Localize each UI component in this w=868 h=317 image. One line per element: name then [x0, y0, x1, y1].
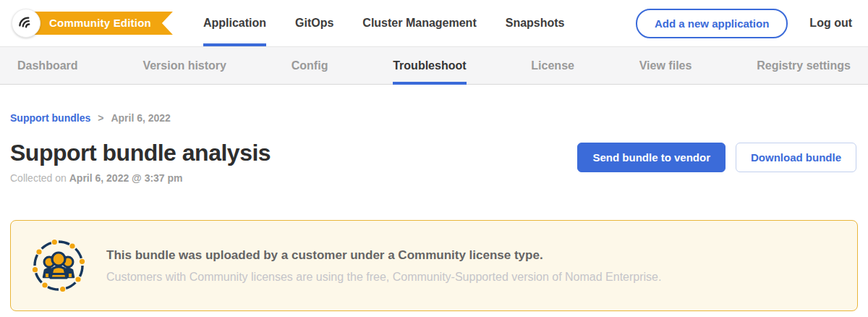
notice-body: Customers with Community licenses are us…	[106, 271, 661, 284]
collected-on-text: Collected on April 6, 2022 @ 3:37 pm	[10, 172, 271, 184]
brand: Community Edition	[12, 9, 173, 38]
collected-date: April 6, 2022 @ 3:37 pm	[69, 172, 183, 184]
subnav-item-version-history[interactable]: Version history	[142, 47, 226, 85]
page-title: Support bundle analysis	[10, 140, 271, 166]
replicated-logo-icon[interactable]	[12, 9, 41, 38]
logout-link[interactable]: Log out	[809, 17, 852, 30]
subnav-item-dashboard[interactable]: Dashboard	[17, 47, 78, 85]
subnav-item-registry-settings[interactable]: Registry settings	[757, 47, 851, 85]
notice-title: This bundle was uploaded by a customer u…	[106, 248, 661, 263]
page-header: Support bundle analysis Collected on Apr…	[10, 140, 858, 184]
subnav-item-view-files[interactable]: View files	[639, 47, 692, 85]
breadcrumb-separator: >	[98, 112, 103, 124]
top-navbar: Community Edition Application GitOps Clu…	[0, 0, 868, 46]
community-license-notice: This bundle was uploaded by a customer u…	[10, 220, 858, 311]
send-bundle-to-vendor-button[interactable]: Send bundle to vendor	[577, 143, 726, 172]
nav-item-application[interactable]: Application	[203, 0, 266, 46]
community-edition-badge: Community Edition	[25, 12, 173, 35]
add-new-application-button[interactable]: Add a new application	[636, 9, 788, 38]
collected-prefix: Collected on	[10, 172, 69, 184]
breadcrumb: Support bundles > April 6, 2022	[10, 112, 858, 124]
subnav-item-config[interactable]: Config	[292, 47, 328, 85]
subnav-item-license[interactable]: License	[531, 47, 574, 85]
main-content: Support bundles > April 6, 2022 Support …	[0, 112, 868, 311]
breadcrumb-current-bundle: April 6, 2022	[111, 112, 171, 124]
community-users-icon	[28, 235, 89, 296]
app-subnav: Dashboard Version history Config Trouble…	[0, 46, 868, 85]
notice-text-block: This bundle was uploaded by a customer u…	[106, 248, 661, 284]
topbar-right: Add a new application Log out	[636, 9, 868, 38]
replicated-logo-glyph	[17, 14, 35, 32]
page-title-block: Support bundle analysis Collected on Apr…	[10, 140, 271, 184]
nav-item-gitops[interactable]: GitOps	[295, 0, 333, 46]
download-bundle-button[interactable]: Download bundle	[736, 143, 856, 172]
nav-item-cluster-management[interactable]: Cluster Management	[362, 0, 476, 46]
subnav-item-troubleshoot[interactable]: Troubleshoot	[393, 47, 466, 85]
breadcrumb-support-bundles-link[interactable]: Support bundles	[10, 112, 90, 124]
bundle-actions: Send bundle to vendor Download bundle	[577, 143, 858, 172]
nav-item-snapshots[interactable]: Snapshots	[506, 0, 565, 46]
top-nav: Application GitOps Cluster Management Sn…	[189, 0, 579, 46]
